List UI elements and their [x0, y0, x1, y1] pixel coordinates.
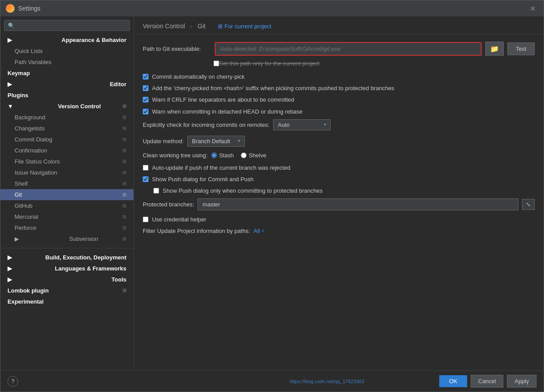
show-push-label: Show Push dialog for Commit and Push [152, 175, 254, 183]
crlf-warn-checkbox[interactable] [143, 97, 148, 103]
for-current-project-link[interactable]: ⊞ For current project [218, 23, 271, 30]
sidebar-item-quick-lists[interactable]: Quick Lists [0, 46, 133, 57]
app-icon [6, 4, 15, 13]
expand-button[interactable]: ⤡ [522, 199, 535, 210]
path-wrapper: 📁 Test ↘ 选择电脑上git.exe安装的地方 [215, 42, 535, 56]
sidebar-item-issue-navigation[interactable]: Issue Navigation ⊞ [0, 167, 133, 178]
lf-expand-icon: ▶ [8, 265, 12, 272]
sidebar-item-confirmation[interactable]: Confirmation ⊞ [0, 145, 133, 156]
stash-radio[interactable] [211, 152, 217, 158]
sidebar-item-mercurial[interactable]: Mercurial ⊞ [0, 211, 133, 222]
changelists-icon: ⊞ [122, 126, 126, 131]
show-push-row: Show Push dialog for Commit and Push [143, 175, 535, 183]
show-push-sub-label: Show Push dialog only when committing to… [163, 187, 323, 195]
sidebar-item-version-control[interactable]: ▼ Version Control ⊞ [0, 101, 133, 112]
show-push-sub-row: Show Push dialog only when committing to… [143, 187, 535, 195]
content-area: 🔍 ▶ Appearance & Behavior Quick Lists Pa… [0, 16, 544, 370]
update-method-label: Update method: [143, 138, 184, 145]
set-path-row: Set this path only for the current proje… [143, 60, 535, 67]
sidebar-item-editor[interactable]: ▶ Editor [0, 79, 133, 90]
update-method-select[interactable]: Branch Default Merge Rebase [187, 136, 245, 147]
sidebar-item-shelf[interactable]: Shelf ⊞ [0, 178, 133, 189]
expand-icon: ▶ [8, 37, 12, 43]
auto-update-row: Auto-update if push of the current branc… [143, 164, 535, 172]
protected-branches-input[interactable] [198, 198, 518, 210]
expand-icon: ▶ [8, 81, 12, 88]
filter-update-value[interactable]: All ÷ [254, 228, 265, 234]
sidebar-item-build-execution[interactable]: ▶ Build, Execution, Deployment [0, 252, 133, 263]
clean-working-tree-radio-group: Stash Shelve [211, 152, 266, 159]
help-button[interactable]: ? [8, 376, 18, 387]
sidebar-item-languages[interactable]: ▶ Languages & Frameworks [0, 263, 133, 274]
sidebar-item-lombok[interactable]: Lombok plugin ⊞ [0, 285, 133, 296]
browse-button[interactable]: 📁 [485, 42, 504, 56]
search-container[interactable]: 🔍 [4, 20, 130, 31]
ok-button[interactable]: OK [439, 375, 467, 387]
be-expand-icon: ▶ [8, 254, 12, 261]
subversion-expand-icon: ▶ [15, 236, 19, 242]
sidebar-item-plugins[interactable]: Plugins [0, 90, 133, 101]
sidebar-item-perforce[interactable]: Perforce ⊞ [0, 222, 133, 233]
shelve-label: Shelve [249, 152, 266, 159]
checkbox-row-2: Add the 'cherry-picked from <hash>' suff… [143, 84, 535, 92]
stash-label: Stash [219, 152, 234, 159]
set-path-label: Set this path only for the current proje… [219, 60, 320, 67]
protected-branches-row: Protected branches: ⤡ [143, 198, 535, 210]
cherry-pick-suffix-checkbox[interactable] [143, 85, 148, 91]
bottom-right-buttons: OK Cancel Apply [439, 375, 536, 388]
issue-icon: ⊞ [122, 170, 126, 175]
close-button[interactable]: ✕ [527, 4, 538, 14]
sidebar-item-git[interactable]: Git ⊞ [0, 189, 133, 200]
path-input-container [215, 42, 482, 56]
incoming-commits-row: Explicitly check for incoming commits on… [143, 119, 535, 130]
commit-cherry-pick-checkbox[interactable] [143, 74, 148, 80]
detached-head-warn-checkbox[interactable] [143, 109, 148, 114]
shelve-radio[interactable] [241, 152, 247, 158]
sidebar-item-file-status-colors[interactable]: File Status Colors ⊞ [0, 156, 133, 167]
auto-update-checkbox[interactable] [143, 165, 148, 171]
set-path-checkbox[interactable] [213, 61, 219, 66]
cherry-pick-suffix-label: Add the 'cherry-picked from <hash>' suff… [152, 84, 394, 92]
search-input[interactable] [17, 22, 126, 29]
detached-head-warn-label: Warn when committing in detached HEAD or… [152, 108, 303, 116]
git-icon: ⊞ [122, 192, 126, 198]
sidebar: 🔍 ▶ Appearance & Behavior Quick Lists Pa… [0, 16, 134, 370]
incoming-commits-select-wrapper: Auto Always Never [273, 119, 331, 130]
sidebar-item-appearance[interactable]: ▶ Appearance & Behavior [0, 34, 133, 46]
cancel-button[interactable]: Cancel [471, 375, 503, 388]
sidebar-item-experimental[interactable]: Experimental [0, 296, 133, 307]
expand-down-icon: ▼ [8, 103, 13, 110]
window-title: Settings [18, 5, 527, 12]
checkbox-row-1: Commit automatically on cherry-pick [143, 73, 535, 81]
apply-button[interactable]: Apply [507, 375, 536, 388]
path-label: Path to Git executable: [143, 46, 211, 52]
sidebar-item-background[interactable]: Background ⊞ [0, 112, 133, 123]
sidebar-item-path-variables[interactable]: Path Variables [0, 57, 133, 68]
bg-icon: ⊞ [122, 114, 126, 120]
sidebar-item-github[interactable]: GitHub ⊞ [0, 200, 133, 211]
settings-window: Settings ✕ 🔍 ▶ Appearance & Behavior Qui… [0, 0, 544, 392]
sidebar-item-keymap[interactable]: Keymap [0, 68, 133, 79]
checkbox-row-3: Warn if CRLF line separators are about t… [143, 96, 535, 104]
main-header: Version Control › Git ⊞ For current proj… [134, 16, 544, 34]
title-bar: Settings ✕ [0, 0, 544, 16]
fsc-icon: ⊞ [122, 159, 126, 164]
stash-radio-item: Stash [211, 152, 234, 159]
test-button[interactable]: Test [507, 42, 535, 55]
sidebar-item-subversion[interactable]: ▶ Subversion ⊞ [0, 233, 133, 244]
shelve-radio-item: Shelve [241, 152, 266, 159]
filter-update-row: Filter Update Project information by pat… [143, 228, 535, 234]
show-push-checkbox[interactable] [143, 176, 148, 182]
bottom-bar: ? https://blog.csdn.net/qq_17623363 OK C… [0, 370, 544, 392]
path-input[interactable] [216, 43, 481, 55]
auto-update-label: Auto-update if push of the current branc… [152, 164, 290, 172]
expand-icon: ⤡ [526, 201, 531, 208]
sidebar-item-changelists[interactable]: Changelists ⊞ [0, 123, 133, 134]
show-push-sub-checkbox[interactable] [153, 188, 159, 194]
filter-update-label: Filter Update Project information by pat… [143, 228, 250, 234]
incoming-commits-select[interactable]: Auto Always Never [273, 119, 331, 130]
sidebar-item-commit-dialog[interactable]: Commit Dialog ⊞ [0, 134, 133, 145]
sidebar-item-tools[interactable]: ▶ Tools [0, 274, 133, 285]
credential-helper-checkbox[interactable] [143, 217, 148, 222]
update-method-row: Update method: Branch Default Merge Reba… [143, 136, 535, 147]
